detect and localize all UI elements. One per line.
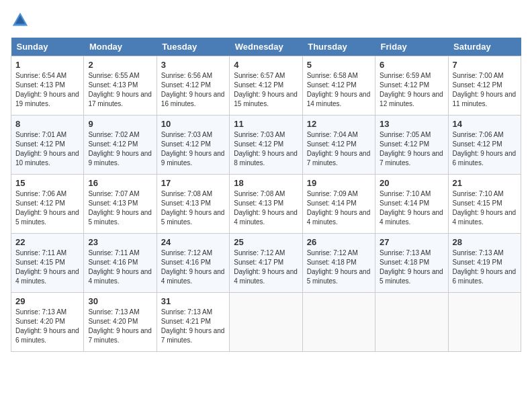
day-info: Sunrise: 7:12 AMSunset: 4:18 PMDaylight:… [307,249,371,285]
calendar-cell: 6 Sunrise: 6:59 AMSunset: 4:12 PMDayligh… [375,56,448,116]
day-number: 26 [307,237,371,247]
calendar-cell [302,293,375,352]
day-number: 8 [15,119,79,129]
day-number: 10 [161,119,225,129]
calendar-cell: 8 Sunrise: 7:01 AMSunset: 4:12 PMDayligh… [11,116,84,175]
day-number: 25 [234,237,298,247]
day-number: 29 [15,296,79,306]
day-info: Sunrise: 7:05 AMSunset: 4:12 PMDaylight:… [380,131,443,167]
day-info: Sunrise: 7:13 AMSunset: 4:19 PMDaylight:… [453,249,517,285]
day-info: Sunrise: 7:13 AMSunset: 4:18 PMDaylight:… [380,249,443,285]
day-number: 1 [15,60,79,70]
day-number: 7 [453,60,517,70]
day-number: 6 [380,60,443,70]
weekday-header-row: SundayMondayTuesdayWednesdayThursdayFrid… [11,38,521,56]
calendar-week-1: 1 Sunrise: 6:54 AMSunset: 4:13 PMDayligh… [11,56,521,116]
weekday-header-thursday: Thursday [302,38,375,56]
logo-icon [11,11,30,30]
day-info: Sunrise: 6:54 AMSunset: 4:13 PMDaylight:… [15,72,79,107]
day-info: Sunrise: 6:57 AMSunset: 4:12 PMDaylight:… [234,72,298,107]
logo [11,11,32,30]
day-info: Sunrise: 7:13 AMSunset: 4:21 PMDaylight:… [161,308,225,344]
day-number: 28 [453,237,517,247]
day-number: 16 [88,178,152,188]
day-number: 11 [234,119,298,129]
weekday-header-sunday: Sunday [11,38,84,56]
day-number: 17 [161,178,225,188]
calendar-cell: 24 Sunrise: 7:12 AMSunset: 4:16 PMDaylig… [157,234,229,293]
calendar-table: SundayMondayTuesdayWednesdayThursdayFrid… [11,38,521,352]
weekday-header-saturday: Saturday [448,38,521,56]
day-number: 14 [453,119,517,129]
day-info: Sunrise: 7:02 AMSunset: 4:12 PMDaylight:… [88,131,152,167]
day-info: Sunrise: 7:04 AMSunset: 4:12 PMDaylight:… [307,131,371,167]
calendar-cell: 15 Sunrise: 7:06 AMSunset: 4:12 PMDaylig… [11,175,84,234]
day-number: 31 [161,296,225,306]
day-number: 20 [380,178,443,188]
calendar-cell: 1 Sunrise: 6:54 AMSunset: 4:13 PMDayligh… [11,56,84,116]
page-header [11,11,521,30]
weekday-header-tuesday: Tuesday [157,38,229,56]
calendar-cell: 25 Sunrise: 7:12 AMSunset: 4:17 PMDaylig… [230,234,302,293]
day-number: 18 [234,178,298,188]
day-info: Sunrise: 7:06 AMSunset: 4:12 PMDaylight:… [15,190,79,226]
day-info: Sunrise: 7:01 AMSunset: 4:12 PMDaylight:… [15,131,79,167]
day-info: Sunrise: 7:10 AMSunset: 4:14 PMDaylight:… [380,190,443,226]
calendar-cell: 19 Sunrise: 7:09 AMSunset: 4:14 PMDaylig… [302,175,375,234]
calendar-week-4: 22 Sunrise: 7:11 AMSunset: 4:15 PMDaylig… [11,234,521,293]
calendar-week-2: 8 Sunrise: 7:01 AMSunset: 4:12 PMDayligh… [11,116,521,175]
weekday-header-monday: Monday [84,38,157,56]
day-info: Sunrise: 7:00 AMSunset: 4:12 PMDaylight:… [453,72,517,107]
day-info: Sunrise: 7:13 AMSunset: 4:20 PMDaylight:… [15,308,79,344]
calendar-cell: 7 Sunrise: 7:00 AMSunset: 4:12 PMDayligh… [448,56,521,116]
calendar-cell: 29 Sunrise: 7:13 AMSunset: 4:20 PMDaylig… [11,293,84,352]
calendar-cell: 20 Sunrise: 7:10 AMSunset: 4:14 PMDaylig… [375,175,448,234]
day-info: Sunrise: 6:55 AMSunset: 4:13 PMDaylight:… [88,72,152,107]
day-info: Sunrise: 6:58 AMSunset: 4:12 PMDaylight:… [307,72,371,107]
day-info: Sunrise: 7:09 AMSunset: 4:14 PMDaylight:… [307,190,371,226]
calendar-cell: 4 Sunrise: 6:57 AMSunset: 4:12 PMDayligh… [230,56,302,116]
calendar-cell [448,293,521,352]
calendar-cell: 28 Sunrise: 7:13 AMSunset: 4:19 PMDaylig… [448,234,521,293]
day-number: 21 [453,178,517,188]
weekday-header-friday: Friday [375,38,448,56]
calendar-cell: 21 Sunrise: 7:10 AMSunset: 4:15 PMDaylig… [448,175,521,234]
calendar-cell: 3 Sunrise: 6:56 AMSunset: 4:12 PMDayligh… [157,56,229,116]
calendar-cell: 9 Sunrise: 7:02 AMSunset: 4:12 PMDayligh… [84,116,157,175]
calendar-cell: 5 Sunrise: 6:58 AMSunset: 4:12 PMDayligh… [302,56,375,116]
calendar-cell: 14 Sunrise: 7:06 AMSunset: 4:12 PMDaylig… [448,116,521,175]
calendar-cell: 26 Sunrise: 7:12 AMSunset: 4:18 PMDaylig… [302,234,375,293]
calendar-cell: 16 Sunrise: 7:07 AMSunset: 4:13 PMDaylig… [84,175,157,234]
day-number: 2 [88,60,152,70]
day-info: Sunrise: 7:08 AMSunset: 4:13 PMDaylight:… [234,190,298,226]
calendar-cell: 23 Sunrise: 7:11 AMSunset: 4:16 PMDaylig… [84,234,157,293]
day-number: 9 [88,119,152,129]
day-info: Sunrise: 7:06 AMSunset: 4:12 PMDaylight:… [453,131,517,167]
calendar-week-3: 15 Sunrise: 7:06 AMSunset: 4:12 PMDaylig… [11,175,521,234]
calendar-cell: 10 Sunrise: 7:03 AMSunset: 4:12 PMDaylig… [157,116,229,175]
day-number: 23 [88,237,152,247]
day-number: 3 [161,60,225,70]
day-number: 24 [161,237,225,247]
calendar-cell: 22 Sunrise: 7:11 AMSunset: 4:15 PMDaylig… [11,234,84,293]
calendar-cell: 18 Sunrise: 7:08 AMSunset: 4:13 PMDaylig… [230,175,302,234]
day-info: Sunrise: 7:03 AMSunset: 4:12 PMDaylight:… [161,131,225,167]
calendar-cell: 30 Sunrise: 7:13 AMSunset: 4:20 PMDaylig… [84,293,157,352]
calendar-cell: 2 Sunrise: 6:55 AMSunset: 4:13 PMDayligh… [84,56,157,116]
day-info: Sunrise: 7:12 AMSunset: 4:16 PMDaylight:… [161,249,225,285]
day-info: Sunrise: 7:03 AMSunset: 4:12 PMDaylight:… [234,131,298,167]
day-number: 30 [88,296,152,306]
day-info: Sunrise: 7:11 AMSunset: 4:15 PMDaylight:… [15,249,79,285]
calendar-week-5: 29 Sunrise: 7:13 AMSunset: 4:20 PMDaylig… [11,293,521,352]
calendar-cell: 27 Sunrise: 7:13 AMSunset: 4:18 PMDaylig… [375,234,448,293]
day-number: 19 [307,178,371,188]
calendar-cell: 31 Sunrise: 7:13 AMSunset: 4:21 PMDaylig… [157,293,229,352]
calendar-cell [230,293,302,352]
day-number: 27 [380,237,443,247]
calendar-cell: 12 Sunrise: 7:04 AMSunset: 4:12 PMDaylig… [302,116,375,175]
day-info: Sunrise: 7:12 AMSunset: 4:17 PMDaylight:… [234,249,298,285]
day-info: Sunrise: 6:56 AMSunset: 4:12 PMDaylight:… [161,72,225,107]
day-number: 12 [307,119,371,129]
calendar-cell: 17 Sunrise: 7:08 AMSunset: 4:13 PMDaylig… [157,175,229,234]
day-number: 15 [15,178,79,188]
